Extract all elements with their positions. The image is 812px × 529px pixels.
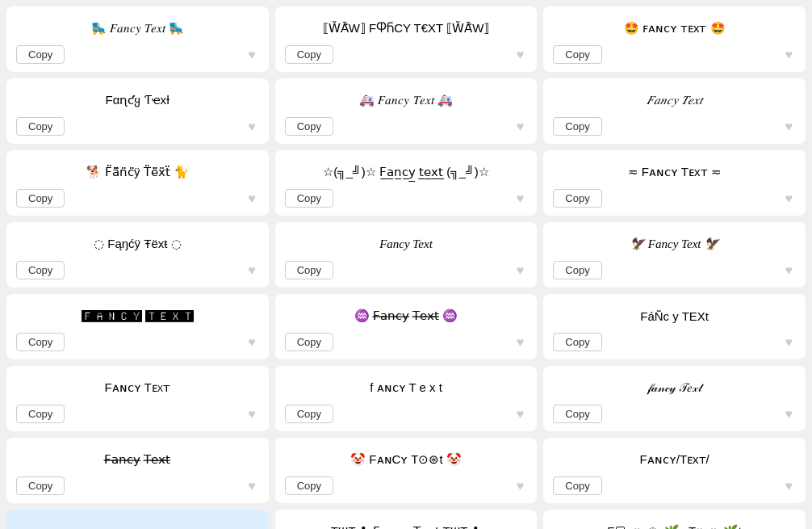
copy-button[interactable]: Copy bbox=[285, 117, 333, 136]
copy-button[interactable]: Copy bbox=[553, 45, 601, 64]
card-actions: Copy♥ bbox=[16, 477, 259, 495]
card-fancy-text: 🐕 F̈ä̈n̈c̈ÿ T̈ë̈ẍẗ 🐈 bbox=[16, 158, 259, 186]
copy-button[interactable]: Copy bbox=[553, 405, 601, 423]
favorite-button[interactable]: ♥ bbox=[781, 118, 796, 136]
copy-button[interactable]: Copy bbox=[285, 261, 333, 279]
favorite-button[interactable]: ♥ bbox=[781, 405, 796, 423]
fancy-text-card: 🐕 F̈ä̈n̈c̈ÿ T̈ë̈ẍẗ 🐈Copy♥ bbox=[6, 150, 269, 216]
copy-button[interactable]: Copy bbox=[16, 477, 65, 495]
card-actions: Copy♥ bbox=[553, 405, 796, 423]
favorite-button[interactable]: ♥ bbox=[513, 477, 528, 495]
fancy-text-card: Fαɳƈყ ƬҽxƚCopy♥ bbox=[6, 78, 269, 144]
card-actions: Copy♥ bbox=[16, 261, 259, 279]
favorite-button[interactable]: ♥ bbox=[245, 334, 259, 351]
card-fancy-text: 🅵🅰🅽🅲🆈 🆃🅴🆇🆃 bbox=[16, 302, 259, 330]
card-actions: Copy♥ bbox=[285, 405, 528, 423]
favorite-button[interactable]: ♥ bbox=[513, 334, 528, 351]
copy-button[interactable]: Copy bbox=[285, 189, 333, 208]
card-fancy-text: Fancy Text bbox=[285, 230, 528, 258]
card-fancy-text: F̶a̶n̶c̶y̶ T̶e̶x̶t̶ bbox=[16, 446, 259, 473]
card-fancy-text: Fᴀɴᴄʏ/Tᴇxᴛ/ bbox=[553, 446, 796, 473]
copy-button[interactable]: Copy bbox=[16, 45, 65, 64]
card-fancy-text: f ᴀɴᴄʏ T e x t bbox=[285, 374, 528, 401]
fancy-text-card: Fᴀɴᴄʏ/Tᴇxᴛ/Copy♥ bbox=[543, 438, 806, 503]
card-actions: Copy♥ bbox=[553, 477, 796, 495]
copy-button[interactable]: Copy bbox=[285, 405, 333, 423]
card-fancy-text: 🤡 FᴀɴCʏ T⊙⊛t 🤡 bbox=[285, 446, 528, 473]
card-actions: Copy♥ bbox=[285, 189, 528, 208]
card-actions: Copy♥ bbox=[285, 117, 528, 136]
card-actions: Copy♥ bbox=[285, 477, 528, 495]
copy-button[interactable]: Copy bbox=[16, 189, 65, 208]
fancy-text-card: 🤡 FᴀɴCʏ T⊙⊛t 🤡Copy♥ bbox=[275, 438, 538, 503]
fancy-text-card: Fᴀɴᴄʏ TᴇxᴛCopy♥ bbox=[6, 366, 269, 431]
card-fancy-text: ⟦W̆Ā̈W⟧ FႴႬCY T€XT ⟦W̆Ā̈W⟧ bbox=[285, 15, 528, 42]
copy-button[interactable]: Copy bbox=[16, 117, 65, 136]
fancy-text-card: 🚑 𝐹𝑎𝑛𝑐𝑦 𝑇𝑒𝑥𝑡 🚑Copy♥ bbox=[275, 78, 538, 144]
card-actions: Copy♥ bbox=[553, 117, 796, 136]
copy-button[interactable]: Copy bbox=[285, 45, 333, 64]
fancy-text-card: FáÑc y TEXtCopy♥ bbox=[543, 294, 806, 359]
card-fancy-text: TΨT ✤ F̶a̶n̶c̶y̶-T̶e̶x̶t̶ TΨT ✤ bbox=[285, 518, 528, 529]
card-actions: Copy♥ bbox=[553, 189, 796, 208]
card-actions: Copy♥ bbox=[16, 405, 259, 423]
favorite-button[interactable]: ♥ bbox=[245, 477, 259, 495]
fancy-text-card: 🦅 Fancy Text 🦅Copy♥ bbox=[543, 222, 806, 288]
fancy-text-card: 𝐹𝑎𝑛𝑐𝑦 𝑇𝑒𝑥𝑡Copy♥ bbox=[543, 78, 806, 144]
favorite-button[interactable]: ♥ bbox=[245, 190, 259, 208]
card-actions: Copy♥ bbox=[16, 333, 259, 351]
card-fancy-text: ◌ Fąŋćÿ Ŧëxŧ ◌ bbox=[16, 230, 259, 258]
fancy-text-card: ≂ Fᴀɴᴄʏ Tᴇxᴛ ≂Copy♥ bbox=[543, 150, 806, 216]
fancy-text-card: 𝒻𝒶𝓃𝒸𝓎 𝒯𝑒𝓍𝓉Copy♥ bbox=[543, 366, 806, 431]
favorite-button[interactable]: ♥ bbox=[781, 477, 796, 495]
card-fancy-text: ☆(╗_╝)☆ F̲a̲n̲c̲y̲ t̲e̲x̲t̲ (╗_╝)☆ bbox=[285, 158, 528, 186]
copy-button[interactable]: Copy bbox=[553, 477, 601, 495]
favorite-button[interactable]: ♥ bbox=[781, 190, 796, 208]
copy-button[interactable]: Copy bbox=[553, 189, 601, 208]
favorite-button[interactable]: ♥ bbox=[245, 118, 259, 136]
copy-button[interactable]: Copy bbox=[553, 261, 601, 279]
favorite-button[interactable]: ♥ bbox=[245, 405, 259, 423]
favorite-button[interactable]: ♥ bbox=[513, 262, 528, 279]
fancy-text-card: ⟦W̆Ā̈W⟧ FႴႬCY T€XT ⟦W̆Ā̈W⟧Copy♥ bbox=[275, 6, 538, 72]
favorite-button[interactable]: ♥ bbox=[781, 262, 796, 279]
favorite-button[interactable]: ♥ bbox=[513, 46, 528, 64]
favorite-button[interactable]: ♥ bbox=[781, 334, 796, 351]
card-actions: Copy♥ bbox=[285, 333, 528, 351]
card-actions: Copy♥ bbox=[16, 117, 259, 136]
fancy-text-card: 🛼 𝐹𝑎𝑛𝑐𝑦 𝑇𝑒𝑥𝑡 🛼Copy♥ bbox=[6, 6, 269, 72]
favorite-button[interactable]: ♥ bbox=[781, 46, 796, 64]
favorite-button[interactable]: ♥ bbox=[513, 118, 528, 136]
card-fancy-text: 🚑 𝐹𝑎𝑛𝑐𝑦 𝑇𝑒𝑥𝑡 🚑 bbox=[285, 86, 528, 114]
copy-button[interactable]: Copy bbox=[16, 405, 65, 423]
favorite-button[interactable]: ♥ bbox=[245, 46, 259, 64]
fancy-text-card: ◌ Fąŋćÿ Ŧëxŧ ◌Copy♥ bbox=[6, 222, 269, 288]
favorite-button[interactable]: ♥ bbox=[513, 405, 528, 423]
copy-button[interactable]: Copy bbox=[285, 333, 333, 351]
fancy-text-card: 🅵🅰🅽🅲🆈 🆃🅴🆇🆃Copy♥ bbox=[6, 294, 269, 359]
copy-button[interactable]: Copy bbox=[16, 261, 65, 279]
copy-button[interactable]: Copy bbox=[553, 117, 601, 136]
fancy-text-card: Fancy TextCopy♥ bbox=[275, 222, 538, 288]
copy-button[interactable]: Copy bbox=[553, 333, 601, 351]
card-actions: Copy♥ bbox=[553, 261, 796, 279]
card-fancy-text: ♒ F̶a̶n̶c̶y̶ T̶e̶x̶t̶ ♒ bbox=[285, 302, 528, 330]
card-fancy-text: F🗨a♥n◌c🌿y T♥e♥x🌿t bbox=[553, 518, 796, 529]
fancy-text-card: F🗨a♥n◌c🌿y T♥e♥x🌿tCopy♥ bbox=[543, 510, 806, 529]
fancy-text-card: f ᴀɴᴄʏ T e x tCopy♥ bbox=[275, 366, 538, 431]
cards-grid: 🛼 𝐹𝑎𝑛𝑐𝑦 𝑇𝑒𝑥𝑡 🛼Copy♥⟦W̆Ā̈W⟧ FႴႬCY T€XT ⟦W… bbox=[6, 6, 806, 529]
fancy-text-card: 🤩 ꜰᴀɴᴄʏ ᴛᴇxᴛ 🤩Copy♥ bbox=[543, 6, 806, 72]
card-actions: Copy♥ bbox=[553, 45, 796, 64]
copy-button[interactable]: Copy bbox=[16, 333, 65, 351]
card-fancy-text: 𝒻𝒶𝓃𝒸𝓎 𝒯𝑒𝓍𝓉 bbox=[553, 374, 796, 401]
card-actions: Copy♥ bbox=[285, 45, 528, 64]
card-actions: Copy♥ bbox=[16, 45, 259, 64]
card-fancy-text: ≂ Fᴀɴᴄʏ Tᴇxᴛ ≂ bbox=[553, 158, 796, 186]
fancy-text-card: ♒ F̶a̶n̶c̶y̶ T̶e̶x̶t̶ ♒Copy♥ bbox=[275, 294, 538, 359]
card-fancy-text: 🛼 𝐹𝑎𝑛𝑐𝑦 𝑇𝑒𝑥𝑡 🛼 bbox=[16, 15, 259, 42]
copy-button[interactable]: Copy bbox=[285, 477, 333, 495]
favorite-button[interactable]: ♥ bbox=[245, 262, 259, 279]
favorite-button[interactable]: ♥ bbox=[513, 190, 528, 208]
card-fancy-text: Fαɳƈყ Ƭҽxƚ bbox=[16, 86, 259, 114]
fancy-text-card: ☆(╗_╝)☆ F̲a̲n̲c̲y̲ t̲e̲x̲t̲ (╗_╝)☆Copy♥ bbox=[275, 150, 538, 216]
